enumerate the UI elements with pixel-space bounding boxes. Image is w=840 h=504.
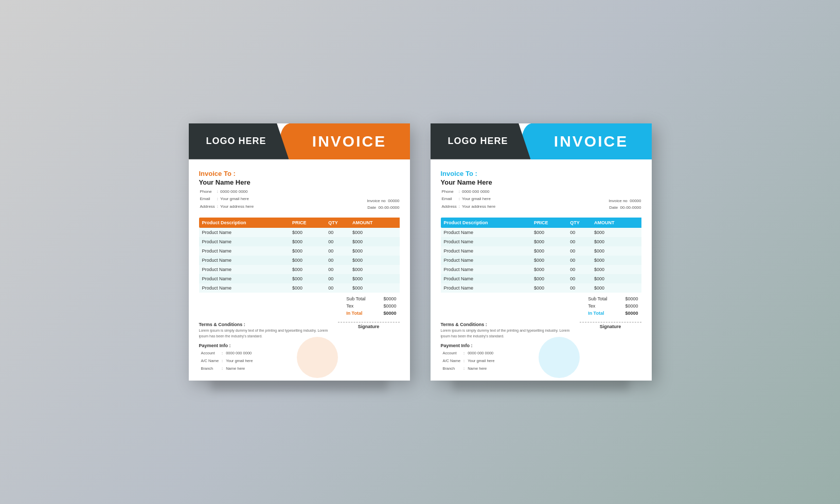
signature-label-blue: Signature <box>580 324 641 329</box>
table-row: Product Name $000 00 $000 <box>441 228 641 237</box>
client-name-orange: Your Name Here <box>199 178 256 186</box>
deco-circle-orange <box>297 337 338 378</box>
client-details-orange: Phone:0000 000 0000 Email:Your gmail her… <box>199 188 256 211</box>
totals-table-blue: Sub Total$0000 Tex$0000 In Total $0000 <box>585 295 641 317</box>
table-row: Product Name $000 00 $000 <box>441 256 641 265</box>
table-row: Product Name $000 00 $000 <box>199 274 400 283</box>
table-row: Product Name $000 00 $000 <box>199 265 400 274</box>
invoice-to-label-orange: Invoice To : <box>199 170 256 177</box>
invoice-top-row: Invoice To : Your Name Here Phone:0000 0… <box>199 170 400 211</box>
table-row: Product Name $000 00 $000 <box>441 246 641 256</box>
th-price-orange: PRICE <box>289 218 325 228</box>
bottom-section-blue: Terms & Conditions : Lorem ipsum is simp… <box>441 322 641 373</box>
totals-section-orange: Sub Total$0000 Tex$0000 In Total $0000 <box>199 295 400 317</box>
table-row: Product Name $000 00 $000 <box>441 237 641 246</box>
invoice-title-section-orange: INVOICE <box>289 123 410 159</box>
table-row: Product Name $000 00 $000 <box>199 256 400 265</box>
table-row: Product Name $000 00 $000 <box>199 283 400 293</box>
invoice-body-orange: Invoice To : Your Name Here Phone:0000 0… <box>189 159 410 381</box>
logo-text-orange: LOGO HERE <box>206 136 266 147</box>
bottom-section-orange: Terms & Conditions : Lorem ipsum is simp… <box>199 322 400 373</box>
th-amount-orange: AMOUNT <box>349 218 400 228</box>
th-amount-blue: AMOUNT <box>591 218 641 228</box>
th-desc-orange: Product Description <box>199 218 290 228</box>
invoice-to-label-blue: Invoice To : <box>441 170 498 177</box>
invoice-table-orange: Product Description PRICE QTY AMOUNT Pro… <box>199 218 400 293</box>
invoice-meta-blue: Invoice no 00000 Date 00-00-0000 <box>609 198 641 211</box>
client-details-blue: Phone:0000 000 0000 Email:Your gmail her… <box>441 188 498 211</box>
invoice-meta-orange: Invoice no 00000 Date 00-00-0000 <box>367 198 399 211</box>
logo-section-orange: LOGO HERE <box>189 123 289 159</box>
terms-title-orange: Terms & Conditions : <box>199 322 333 327</box>
signature-line-blue <box>580 322 641 322</box>
th-qty-blue: QTY <box>567 218 591 228</box>
th-qty-orange: QTY <box>325 218 349 228</box>
signature-line-orange <box>338 322 400 322</box>
table-row: Product Name $000 00 $000 <box>199 228 400 237</box>
logo-text-blue: LOGO HERE <box>448 136 508 147</box>
signature-area-orange: Signature <box>338 322 400 329</box>
table-row: Product Name $000 00 $000 <box>199 237 400 246</box>
table-row: Product Name $000 00 $000 <box>199 246 400 256</box>
deco-circle-blue <box>539 337 580 378</box>
table-row: Product Name $000 00 $000 <box>441 265 641 274</box>
terms-title-blue: Terms & Conditions : <box>441 322 575 327</box>
invoice-table-blue: Product Description PRICE QTY AMOUNT Pro… <box>441 218 641 293</box>
invoice-title-section-blue: INVOICE <box>531 123 652 159</box>
invoice-header-orange: LOGO HERE INVOICE <box>189 123 410 159</box>
invoice-top-row-blue: Invoice To : Your Name Here Phone:0000 0… <box>441 170 641 211</box>
th-price-blue: PRICE <box>531 218 567 228</box>
table-row: Product Name $000 00 $000 <box>441 274 641 283</box>
signature-area-blue: Signature <box>580 322 641 329</box>
page-container: LOGO HERE INVOICE Invoice To : Your Name… <box>168 103 672 402</box>
invoice-title-orange: INVOICE <box>312 133 386 150</box>
invoice-body-blue: Invoice To : Your Name Here Phone:0000 0… <box>431 159 652 381</box>
client-info-blue: Invoice To : Your Name Here Phone:0000 0… <box>441 170 498 211</box>
invoice-card-orange: LOGO HERE INVOICE Invoice To : Your Name… <box>189 123 410 381</box>
invoice-title-blue: INVOICE <box>554 133 628 150</box>
table-row: Product Name $000 00 $000 <box>441 283 641 293</box>
th-desc-blue: Product Description <box>441 218 531 228</box>
invoice-header-blue: LOGO HERE INVOICE <box>431 123 652 159</box>
totals-section-blue: Sub Total$0000 Tex$0000 In Total $0000 <box>441 295 641 317</box>
client-name-blue: Your Name Here <box>441 178 498 186</box>
logo-section-blue: LOGO HERE <box>431 123 531 159</box>
signature-label-orange: Signature <box>338 324 400 329</box>
totals-table-orange: Sub Total$0000 Tex$0000 In Total $0000 <box>343 295 399 317</box>
client-info-orange: Invoice To : Your Name Here Phone:0000 0… <box>199 170 256 211</box>
invoice-card-blue: LOGO HERE INVOICE Invoice To : Your Name… <box>431 123 652 381</box>
